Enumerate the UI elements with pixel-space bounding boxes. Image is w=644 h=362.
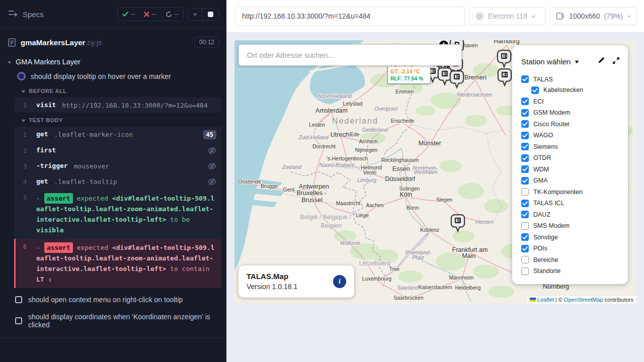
- stat-passed: --: [118, 8, 139, 21]
- leaflet-link[interactable]: Leaflet: [537, 297, 554, 303]
- layer-checkbox-bereiche[interactable]: Bereiche: [521, 256, 628, 263]
- checkbox-checked[interactable]: [531, 86, 539, 94]
- layer-label: ECI: [533, 98, 544, 105]
- layer-checkbox-eci[interactable]: ECI: [521, 98, 628, 105]
- edit-pencil-icon[interactable]: [597, 56, 605, 66]
- checkbox-unchecked[interactable]: [521, 222, 529, 230]
- expand-icon[interactable]: [612, 57, 620, 66]
- checkbox-checked[interactable]: [521, 233, 529, 241]
- checkbox-checked[interactable]: [521, 109, 529, 117]
- checkbox-checked[interactable]: [521, 200, 529, 207]
- map-place-label: Siegen: [436, 197, 453, 203]
- checkbox-checked[interactable]: [521, 98, 529, 105]
- map-place-label: Enschede: [391, 118, 415, 124]
- chevron-down-icon[interactable]: ▾: [575, 59, 579, 64]
- layer-checkbox-talas-icl[interactable]: TALAS ICL: [521, 200, 628, 207]
- layer-label: TALAS ICL: [533, 200, 565, 207]
- station-marker-icon[interactable]: [497, 49, 512, 70]
- map-place-label: Venlo: [363, 169, 376, 175]
- map-place-label: Maastricht: [336, 200, 361, 206]
- tooltip-sensor-value: RLF: 77.54 %: [390, 75, 428, 82]
- stop-button[interactable]: [202, 9, 219, 20]
- command-row[interactable]: 3-triggermouseover: [14, 158, 221, 174]
- pending-test-title: should open context menu on right-click …: [28, 296, 183, 304]
- map-place-label: Noord-Holland: [317, 93, 352, 99]
- command-number: 3: [23, 162, 36, 170]
- layer-checkbox-pois[interactable]: POIs: [521, 245, 628, 252]
- info-icon[interactable]: i: [333, 275, 346, 288]
- suite-row[interactable]: ▾ GMA Markers Layer: [0, 55, 226, 68]
- station-marker-icon[interactable]: [497, 68, 512, 89]
- layer-checkbox-cisco-router[interactable]: Cisco Router: [521, 120, 628, 128]
- layer-checkbox-gsm-modem[interactable]: GSM Modem: [521, 109, 628, 117]
- layer-checkbox-dauz[interactable]: DAUZ: [521, 211, 628, 218]
- map-place-label: Utrecht: [331, 131, 351, 138]
- url-bar[interactable]: http://192.168.10.33:3000/?m=12&u=484: [234, 7, 465, 26]
- element-count-badge: 45: [203, 130, 216, 139]
- checkbox-unchecked[interactable]: [521, 188, 529, 196]
- layer-checkbox-wdm[interactable]: WDM: [521, 165, 628, 173]
- station-marker-icon[interactable]: [450, 214, 465, 235]
- checkbox-checked[interactable]: [521, 154, 529, 162]
- layer-checkbox-standorte[interactable]: Standorte: [521, 267, 628, 275]
- checkbox-checked[interactable]: [521, 132, 529, 139]
- checkbox-checked[interactable]: [521, 120, 529, 128]
- command-row[interactable]: 4get.leaflet-tooltip: [14, 174, 221, 190]
- map-place-label: Bremen: [464, 74, 487, 81]
- leaflet-map[interactable]: HamburgBremerhavenBremenNiedersachsenEmm…: [234, 40, 636, 304]
- spec-file-row[interactable]: gmaMarkersLayer.cy.js 00:12: [0, 29, 226, 55]
- browser-name: Electron 118: [488, 12, 527, 20]
- map-place-label: Gelderland: [362, 127, 388, 133]
- pending-test-row[interactable]: should open context menu on right-click …: [0, 291, 226, 308]
- map-place-label: Noord-Brabant: [319, 162, 355, 168]
- layer-checkbox-kabelstrecken[interactable]: Kabelstrecken: [531, 86, 628, 94]
- layer-checkbox-talas[interactable]: TALAS: [521, 75, 628, 83]
- layer-checkbox-wago[interactable]: WAGO: [521, 132, 628, 139]
- osm-link[interactable]: OpenStreetMap: [564, 297, 603, 303]
- station-panel: Station wählen ▾ TALASKabelstreckenECIGS…: [512, 45, 628, 284]
- search-input[interactable]: [246, 51, 449, 60]
- command-row[interactable]: 2first: [14, 143, 221, 158]
- layer-checkbox-sms-modem[interactable]: SMS Modem: [521, 222, 628, 230]
- map-place-label: Nürnberg: [543, 283, 569, 290]
- checkbox-checked[interactable]: [521, 211, 529, 218]
- layer-checkbox-sonstige[interactable]: Sonstige: [521, 233, 628, 241]
- checkbox-checked[interactable]: [521, 75, 529, 83]
- assert-command-row[interactable]: 6- assert expected <div#leaflet-tooltip-…: [14, 239, 221, 288]
- map-search[interactable]: [238, 44, 462, 66]
- command-row[interactable]: 1visithttp://192.168.10.33:3000/?m=12&u=…: [14, 98, 221, 113]
- checkbox-checked[interactable]: [521, 177, 529, 185]
- map-place-label: Aachen: [366, 202, 384, 208]
- specs-list-icon[interactable]: [8, 9, 18, 19]
- layer-label: Siemens: [533, 143, 558, 150]
- checkbox-checked[interactable]: [521, 165, 529, 173]
- before-all-header[interactable]: ▾ BEFORE ALL: [0, 83, 226, 98]
- pending-test-row[interactable]: should display coordinates when 'Koordin…: [0, 308, 226, 333]
- checkbox-checked[interactable]: [521, 143, 529, 150]
- assert-message: - assert expected <div#leaflet-tooltip-5…: [36, 193, 216, 235]
- layer-checkbox-siemens[interactable]: Siemens: [521, 143, 628, 150]
- assert-expected-value: visible: [36, 226, 64, 234]
- eye-hidden-icon: [208, 177, 216, 186]
- ukraine-flag-icon: [530, 298, 536, 302]
- test-title: should display tooltip on hover over a m…: [31, 72, 171, 80]
- assert-command-row[interactable]: 5- assert expected <div#leaflet-tooltip-…: [14, 190, 221, 239]
- pending-tests: should open context menu on right-click …: [0, 291, 226, 333]
- chevron-down-icon: ▾: [22, 118, 26, 123]
- checkbox-unchecked[interactable]: [521, 256, 529, 263]
- test-row[interactable]: should display tooltip on hover over a m…: [0, 68, 226, 83]
- layer-checkbox-otdr[interactable]: OTDR: [521, 154, 628, 162]
- command-row[interactable]: 1get.leaflet-marker-icon45: [14, 127, 221, 143]
- command-number: 1: [23, 101, 36, 109]
- collapse-button[interactable]: ▾: [188, 9, 202, 20]
- checkbox-unchecked[interactable]: [521, 267, 529, 275]
- station-marker-icon[interactable]: [449, 70, 464, 91]
- map-place-label: Recklinghausen: [381, 157, 419, 163]
- map-place-label: Hamburg: [494, 40, 519, 45]
- checkbox-checked[interactable]: [521, 245, 529, 252]
- viewport-selector[interactable]: 1000x660 (79%) ▾: [549, 7, 637, 25]
- test-body-header[interactable]: ▾ TEST BODY: [0, 113, 226, 127]
- layer-checkbox-tk-komponenten[interactable]: TK-Komponenten: [521, 188, 628, 196]
- browser-selector[interactable]: Electron 118 ▾: [469, 7, 545, 25]
- layer-checkbox-gma[interactable]: GMA: [521, 177, 628, 185]
